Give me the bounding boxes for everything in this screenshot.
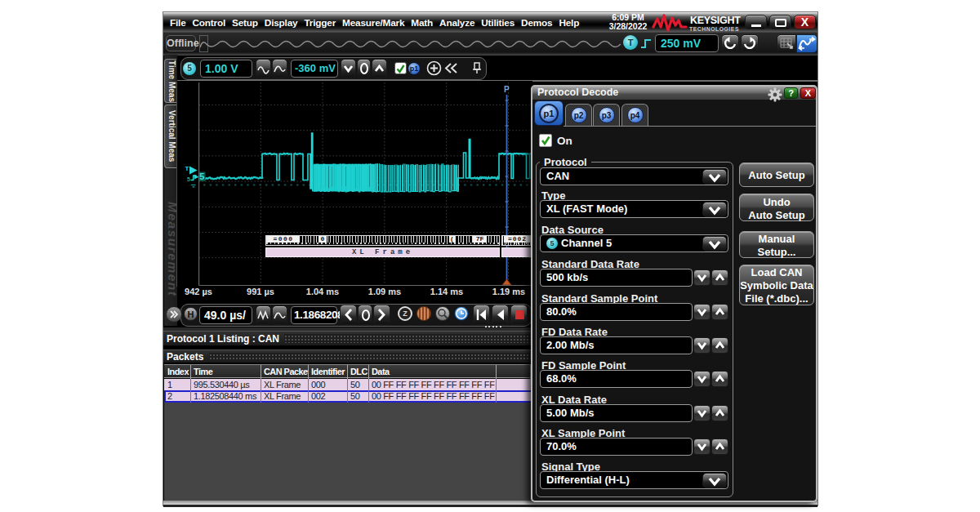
svg-text:5: 5 — [199, 171, 204, 181]
svg-text:P: P — [504, 85, 510, 94]
svg-text:5: 5 — [187, 176, 190, 182]
svg-text:T: T — [185, 165, 189, 172]
